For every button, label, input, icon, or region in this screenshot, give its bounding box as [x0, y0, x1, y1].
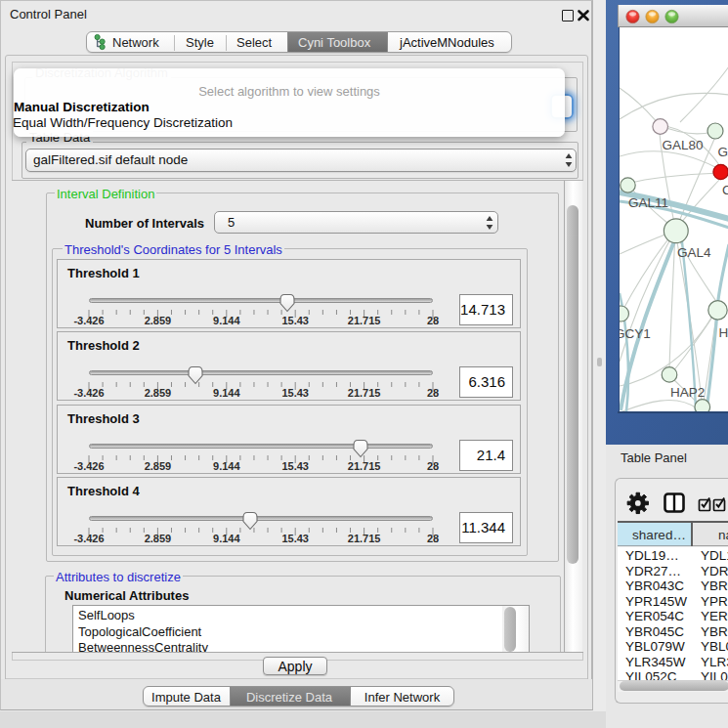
svg-text:GAL4: GAL4 [677, 245, 711, 260]
svg-text:H: H [719, 325, 728, 340]
svg-text:C: C [722, 183, 728, 197]
svg-text:GCY1: GCY1 [620, 326, 651, 341]
svg-text:GAL11: GAL11 [628, 195, 668, 210]
svg-text:GA: GA [718, 145, 728, 159]
svg-text:GAL80: GAL80 [663, 138, 704, 152]
svg-text:HAP2: HAP2 [670, 385, 705, 400]
